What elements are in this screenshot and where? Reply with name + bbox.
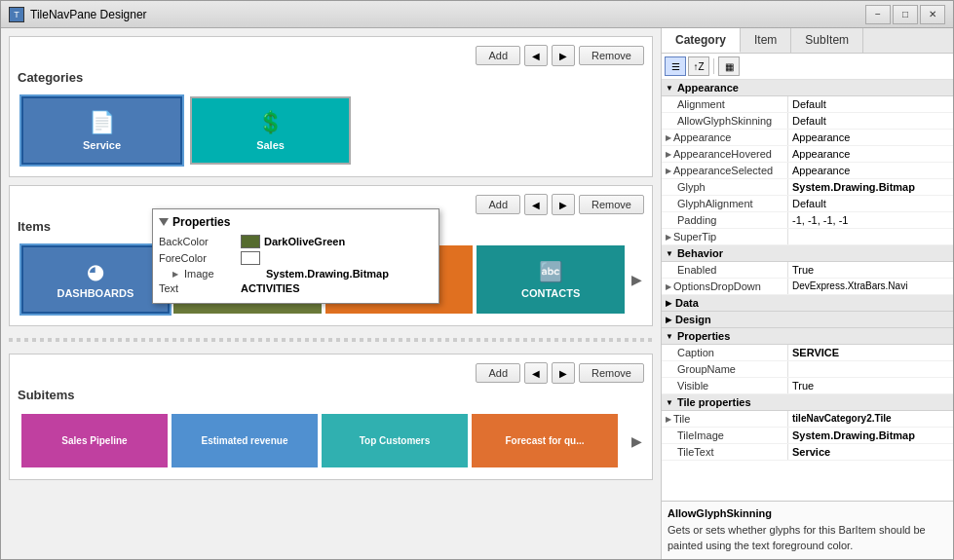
properties-collapse-icon: ▼ bbox=[666, 332, 673, 341]
prop-alignment: Alignment Default bbox=[662, 96, 953, 113]
prop-row-backcolor: BackColor DarkOliveGreen bbox=[159, 235, 433, 248]
backcolor-swatch bbox=[241, 235, 260, 248]
window-controls: − □ ✕ bbox=[865, 5, 945, 24]
groupname-label: GroupName bbox=[662, 361, 788, 377]
properties-sort-btn[interactable]: ↑Z bbox=[688, 56, 709, 76]
categories-next-button[interactable]: ▶ bbox=[552, 45, 575, 66]
section-appearance[interactable]: ▼ Appearance bbox=[662, 80, 953, 96]
alignment-label: Alignment bbox=[662, 96, 788, 112]
properties-grid: ▼ Appearance Alignment Default AllowGlyp… bbox=[662, 80, 953, 501]
appearanceselected-expand-icon[interactable]: ▶ bbox=[666, 167, 671, 175]
tile-value: tileNavCategory2.Tile bbox=[788, 411, 953, 427]
prop-tiletext: TileText Service bbox=[662, 444, 953, 461]
prop-row-text: Text ACTIVITIES bbox=[159, 282, 433, 294]
popup-title: Properties bbox=[159, 215, 433, 229]
items-next-button[interactable]: ▶ bbox=[552, 194, 575, 215]
data-collapse-icon: ▶ bbox=[666, 299, 671, 308]
right-toolbar: ☰ ↑Z ▦ bbox=[662, 54, 953, 80]
glyph-value: System.Drawing.Bitmap bbox=[788, 179, 953, 195]
service-tile-icon: 📄 bbox=[89, 110, 115, 135]
caption-value: SERVICE bbox=[788, 345, 953, 360]
supertip-value bbox=[788, 229, 953, 244]
properties-list-btn[interactable]: ☰ bbox=[665, 56, 686, 76]
categories-add-button[interactable]: Add bbox=[476, 46, 520, 65]
app-icon: T bbox=[9, 7, 24, 22]
prop-glyphalignment: GlyphAlignment Default bbox=[662, 196, 953, 212]
appearanceselected-label: ▶AppearanceSelected bbox=[662, 163, 788, 178]
tileimage-value: System.Drawing.Bitmap bbox=[788, 428, 953, 443]
categories-title: Categories bbox=[18, 70, 644, 85]
prop-caption: Caption SERVICE bbox=[662, 345, 953, 361]
subitems-add-button[interactable]: Add bbox=[476, 363, 520, 383]
desc-title: AllowGlyphSkinning bbox=[668, 507, 947, 519]
appearance-prop-value: Appearance bbox=[788, 130, 953, 145]
appearance-expand-icon[interactable]: ▶ bbox=[666, 133, 671, 142]
subitem-forecast[interactable]: Forecast for qu... bbox=[472, 414, 618, 467]
subitems-scroll-right[interactable]: ▶ bbox=[629, 433, 644, 449]
section-data[interactable]: ▶ Data bbox=[662, 295, 953, 312]
subitem-sales-pipeline[interactable]: Sales Pipeline bbox=[21, 414, 168, 467]
items-prev-button[interactable]: ◀ bbox=[524, 194, 548, 215]
maximize-button[interactable]: □ bbox=[893, 5, 918, 24]
subitems-row: Sales Pipeline Estimated revenue Top Cus… bbox=[18, 410, 644, 471]
prop-tile: ▶Tile tileNavCategory2.Tile bbox=[662, 411, 953, 428]
subitem-estimated-revenue[interactable]: Estimated revenue bbox=[172, 414, 318, 467]
visible-value: True bbox=[788, 378, 953, 393]
sales-pipeline-label: Sales Pipeline bbox=[61, 435, 127, 446]
allowglyphskinning-value: Default bbox=[788, 113, 953, 129]
categories-area: 📄 Service 💲 Sales bbox=[18, 93, 644, 168]
categories-prev-button[interactable]: ◀ bbox=[524, 45, 548, 66]
subitems-next-button[interactable]: ▶ bbox=[552, 362, 575, 384]
prop-enabled: Enabled True bbox=[662, 262, 953, 279]
prop-glyph: Glyph System.Drawing.Bitmap bbox=[662, 179, 953, 196]
appearancehovered-label: ▶AppearanceHovered bbox=[662, 146, 788, 162]
main-window: T TileNavPane Designer − □ ✕ Add ◀ ▶ Rem… bbox=[0, 0, 954, 560]
categories-remove-button[interactable]: Remove bbox=[579, 46, 644, 65]
text-label: Text bbox=[159, 282, 237, 294]
image-label: Image bbox=[184, 268, 262, 280]
properties-split-btn[interactable]: ▦ bbox=[718, 56, 740, 76]
left-panel: Add ◀ ▶ Remove Categories 📄 Service 💲 S bbox=[1, 28, 661, 559]
popup-collapse-icon[interactable] bbox=[159, 218, 169, 226]
category-tile-sales[interactable]: 💲 Sales bbox=[190, 96, 351, 165]
prop-appearance: ▶Appearance Appearance bbox=[662, 130, 953, 146]
enabled-label: Enabled bbox=[662, 262, 788, 278]
subitems-area: Sales Pipeline Estimated revenue Top Cus… bbox=[18, 410, 629, 471]
section-properties[interactable]: ▼ Properties bbox=[662, 328, 953, 345]
section-tile-properties[interactable]: ▼ Tile properties bbox=[662, 394, 953, 411]
tiletext-value: Service bbox=[788, 444, 953, 460]
tab-category[interactable]: Category bbox=[662, 28, 741, 53]
items-add-button[interactable]: Add bbox=[476, 195, 520, 214]
backcolor-value: DarkOliveGreen bbox=[264, 236, 433, 247]
section-design[interactable]: ▶ Design bbox=[662, 312, 953, 328]
supertip-expand-icon[interactable]: ▶ bbox=[666, 233, 671, 242]
subitems-prev-button[interactable]: ◀ bbox=[524, 362, 548, 384]
subitem-top-customers[interactable]: Top Customers bbox=[322, 414, 468, 467]
item-tile-contacts[interactable]: 🔤 CONTACTS bbox=[477, 245, 625, 314]
text-value: ACTIVITIES bbox=[241, 282, 433, 294]
appearance-title: Appearance bbox=[677, 82, 739, 93]
category-tile-service[interactable]: 📄 Service bbox=[21, 96, 182, 165]
right-panel: Category Item SubItem ☰ ↑Z ▦ ▼ Appearanc… bbox=[661, 28, 953, 559]
appearancehovered-expand-icon[interactable]: ▶ bbox=[666, 150, 671, 159]
options-expand-icon[interactable]: ▶ bbox=[666, 282, 671, 291]
section-divider bbox=[9, 338, 653, 342]
prop-allowglyphskinning: AllowGlyphSkinning Default bbox=[662, 113, 953, 130]
design-title: Design bbox=[675, 314, 711, 325]
data-title: Data bbox=[675, 297, 699, 309]
glyphalignment-value: Default bbox=[788, 196, 953, 211]
tile-expand-icon[interactable]: ▶ bbox=[666, 415, 671, 424]
sales-tile-icon: 💲 bbox=[257, 110, 284, 135]
tab-subitem[interactable]: SubItem bbox=[791, 28, 863, 53]
minimize-button[interactable]: − bbox=[865, 5, 891, 24]
items-remove-button[interactable]: Remove bbox=[579, 195, 644, 214]
section-behavior[interactable]: ▼ Behavior bbox=[662, 245, 953, 262]
prop-groupname: GroupName bbox=[662, 361, 953, 378]
tab-item[interactable]: Item bbox=[741, 28, 791, 53]
item-tile-dashboards[interactable]: ◕ DASHBOARDS bbox=[21, 245, 170, 314]
service-tile-label: Service bbox=[83, 139, 121, 151]
subitems-remove-button[interactable]: Remove bbox=[579, 363, 644, 383]
items-scroll-right[interactable]: ▶ bbox=[629, 272, 644, 287]
prop-appearancehovered: ▶AppearanceHovered Appearance bbox=[662, 146, 953, 163]
close-button[interactable]: ✕ bbox=[920, 5, 945, 24]
